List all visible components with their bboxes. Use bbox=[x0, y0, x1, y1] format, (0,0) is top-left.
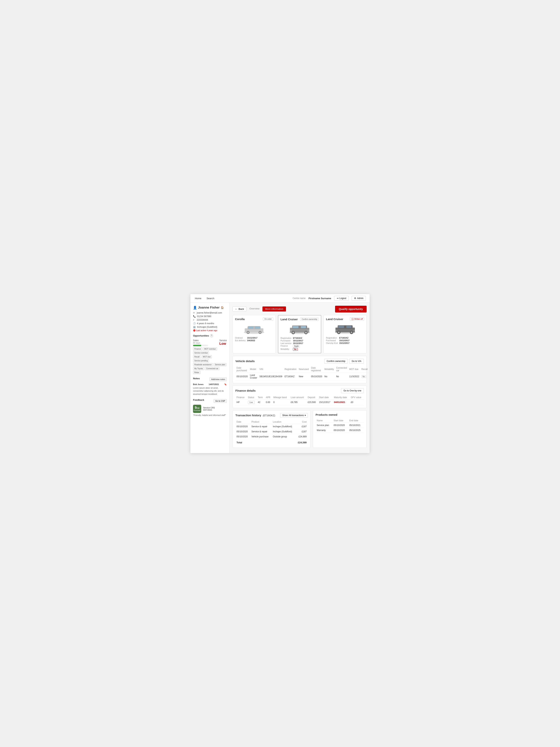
tab-more-info[interactable]: More information bbox=[263, 306, 286, 311]
score-badge: 9/10 Promoter bbox=[193, 405, 201, 413]
tag-mot-overdue[interactable]: MOT overdue bbox=[203, 347, 217, 351]
last-active: 🔴 Last active 4 years ago bbox=[193, 329, 227, 332]
svg-point-30 bbox=[351, 332, 352, 333]
feedback-details: Service CRS 4/07/2021 bbox=[203, 407, 215, 411]
show-all-transactions-dropdown[interactable]: Show All transactions ▾ bbox=[280, 413, 308, 418]
cell-date-registered: 05/10/2020 bbox=[310, 372, 323, 380]
customer-name: 👤 Joanne Fisher 🏠 bbox=[193, 306, 227, 310]
car-card-header-lc2: Land Cruiser 🚫 Written off bbox=[326, 317, 364, 321]
tag-my-toyota[interactable]: My Toyota bbox=[193, 367, 204, 370]
vehicle-details-header: Vehicle details Confirm ownership Go to … bbox=[235, 359, 364, 364]
badge-on-order: On order bbox=[263, 317, 273, 321]
finance-details-header: Finance details Go to One-by-one bbox=[235, 388, 364, 393]
car-card-corolla[interactable]: Corolla On order bbox=[233, 315, 276, 353]
nav-centre-label: Centre name bbox=[293, 297, 305, 300]
nav-links: Home Search bbox=[194, 294, 215, 302]
svg-rect-12 bbox=[293, 326, 298, 328]
finance-details-card: Finance details Go to One-by-one Finance… bbox=[233, 385, 367, 408]
col-location: Location bbox=[272, 420, 295, 424]
customer-account-row: # 223334444 bbox=[193, 318, 227, 321]
col-mot-due: MOT due bbox=[348, 366, 360, 373]
cell-maturity-date: 04/01/2021 bbox=[333, 400, 350, 405]
transaction-header-row: Date Product Location Cost bbox=[235, 420, 308, 424]
confirm-ownership-button[interactable]: Confirm ownership bbox=[324, 359, 348, 364]
help-badge[interactable]: ? bbox=[210, 334, 213, 337]
finance-details-table: Finance Status Term APR Mileage band Loa… bbox=[235, 395, 364, 405]
cell-t1-location: Inchape (Guildford) bbox=[272, 424, 295, 429]
nav-home[interactable]: Home bbox=[194, 294, 202, 302]
cell-t2-location: Inchape (Guildford) bbox=[272, 429, 295, 434]
products-owned-card: Products owned Name Start date End date bbox=[313, 410, 367, 448]
col-mileage-band: Mileage band bbox=[272, 395, 290, 400]
cell-t1-product: Service & repair bbox=[250, 424, 272, 429]
col-status: Status bbox=[247, 395, 257, 400]
go-to-via-button[interactable]: Go to VIA bbox=[349, 359, 364, 364]
cell-t3-product: Vehicle purchase bbox=[250, 434, 272, 439]
vehicle-details-card: Vehicle details Confirm ownership Go to … bbox=[233, 356, 367, 383]
nav-search[interactable]: Search bbox=[206, 294, 215, 302]
vehicle-details-table: Date purchased Model VIN Registration Ne… bbox=[235, 366, 369, 380]
col-end-date: End date bbox=[348, 418, 364, 423]
qualify-opportunity-button[interactable]: Qualify opportunity bbox=[335, 306, 367, 312]
svg-point-8 bbox=[259, 332, 261, 333]
col-new-used: New/used bbox=[298, 366, 310, 373]
app-container: Home Search Centre name Firstname Surnam… bbox=[190, 294, 370, 453]
confirm-ownership-badge[interactable]: Confirm ownership bbox=[300, 318, 319, 321]
email-icon: ✉ bbox=[193, 311, 196, 314]
vehicle-table-row: 05/10/2020 Land Cruiser SB1MS3JE10E26430… bbox=[235, 372, 369, 380]
sales-progress-bar bbox=[193, 345, 208, 346]
content-area: ← Back Overview More information Qualify… bbox=[230, 303, 370, 453]
tag-connected-car[interactable]: Connected car bbox=[205, 367, 219, 370]
add-notes-button[interactable]: Add/view notes bbox=[209, 378, 227, 381]
gear-icon: ⚙ bbox=[354, 297, 356, 300]
col-apr: APR bbox=[265, 395, 272, 400]
cell-date-purchased: 05/10/2020 bbox=[235, 372, 249, 380]
go-csp-button[interactable]: Go to CSP bbox=[214, 399, 227, 403]
car-card-land-cruiser-1[interactable]: Land Cruiser Confirm ownership bbox=[278, 315, 321, 353]
admin-button[interactable]: ⚙ Admin bbox=[352, 296, 366, 301]
nav-bar: Home Search Centre name Firstname Surnam… bbox=[190, 294, 370, 303]
col-date-purchased: Date purchased bbox=[235, 366, 249, 373]
tag-service-pending[interactable]: Service pending bbox=[193, 359, 209, 362]
customer-branch-row: 🏢 Inchcape (Guildford) bbox=[193, 326, 227, 328]
cell-loan-amount: £9,785 bbox=[290, 400, 306, 405]
go-to-one-by-one-button[interactable]: Go to One-by-one bbox=[341, 388, 364, 393]
tag-finance[interactable]: Finance bbox=[193, 347, 202, 351]
col-model: Model bbox=[249, 366, 258, 373]
tag-service-plan[interactable]: Service plan bbox=[214, 363, 226, 366]
tag-relax[interactable]: Relax bbox=[193, 371, 201, 374]
cell-model: Land Cruiser bbox=[249, 372, 258, 380]
products-table: Name Start date End date Service plan 05… bbox=[316, 418, 364, 433]
car-details-lc2: Registration ET16GKZ Purchased 15/12/201… bbox=[326, 337, 364, 344]
cell-connected-car: No bbox=[335, 372, 348, 380]
transaction-table: Date Product Location Cost 05/10/2020 Se… bbox=[235, 420, 308, 445]
cell-p2-end: 05/10/2025 bbox=[348, 428, 364, 433]
nav-username: Firstname Surname bbox=[309, 297, 331, 300]
col-date: Date bbox=[235, 420, 250, 424]
tag-recall[interactable]: Recall bbox=[193, 355, 201, 358]
vehicle-details-title: Vehicle details bbox=[235, 360, 255, 363]
chevron-down-icon: ▾ bbox=[304, 414, 306, 417]
col-gfv-value: GFV value bbox=[350, 395, 364, 400]
cell-registration: ET16GKZ bbox=[284, 372, 298, 380]
back-button[interactable]: ← Back bbox=[233, 306, 246, 311]
products-header-row: Name Start date End date bbox=[316, 418, 364, 423]
logout-button[interactable]: ⇥ Logout bbox=[334, 296, 349, 301]
tag-mot-due[interactable]: MOT due bbox=[202, 355, 212, 358]
tag-service-overdue[interactable]: Service overdue bbox=[193, 351, 209, 355]
tab-overview[interactable]: Overview bbox=[249, 307, 260, 311]
tag-roadside[interactable]: Roadside assistance bbox=[193, 363, 213, 366]
person-icon: 👤 bbox=[193, 306, 197, 310]
car-card-land-cruiser-2[interactable]: Land Cruiser 🚫 Written off bbox=[323, 315, 367, 353]
cell-total-label: Total bbox=[235, 439, 250, 445]
home-icon: 🏠 bbox=[221, 306, 224, 309]
svg-rect-13 bbox=[301, 326, 306, 328]
products-owned-title: Products owned bbox=[316, 413, 338, 416]
vehicle-table-header-row: Date purchased Model VIN Registration Ne… bbox=[235, 366, 369, 373]
col-finance: Finance bbox=[235, 395, 247, 400]
cell-t3-location: Outside group bbox=[272, 434, 295, 439]
col-maturity-date: Maturity date bbox=[333, 395, 350, 400]
opportunities-title: Opportunities ? bbox=[193, 334, 227, 337]
cell-total-value: £24,589 bbox=[295, 439, 308, 445]
main-layout: 👤 Joanne Fisher 🏠 ✉ joanne.fisher@email.… bbox=[190, 303, 370, 453]
